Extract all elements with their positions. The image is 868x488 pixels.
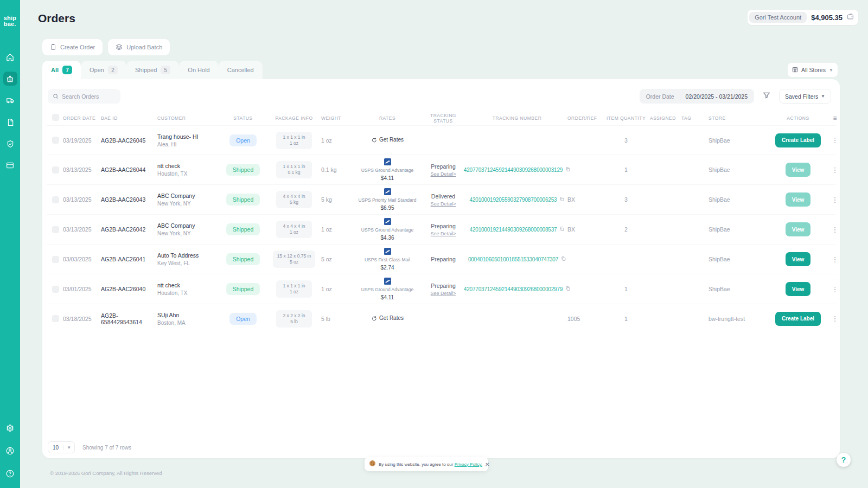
- copy-icon[interactable]: [565, 286, 570, 292]
- status-badge: Shipped: [226, 194, 260, 206]
- page-size-select[interactable]: 10 ▼: [48, 441, 75, 453]
- col-order-date[interactable]: Order Date: [63, 115, 101, 121]
- column-settings-icon[interactable]: ≡: [827, 114, 843, 122]
- account-balance-widget[interactable]: Gori Test Account $4,905.35: [748, 10, 858, 25]
- sidebar-item-documents[interactable]: [3, 115, 17, 129]
- see-detail-link[interactable]: See Detail>: [431, 291, 456, 296]
- row-menu-icon[interactable]: ⋮: [827, 255, 843, 264]
- col-tag[interactable]: Tag: [681, 115, 709, 121]
- tracking-number-link[interactable]: 0004010605010018551533040747307: [468, 256, 558, 262]
- status-badge: Shipped: [226, 253, 260, 265]
- order-date-filter[interactable]: Order Date 02/20/2025 - 03/21/2025: [640, 89, 754, 104]
- close-icon[interactable]: ✕: [485, 461, 489, 467]
- row-menu-icon[interactable]: ⋮: [827, 166, 843, 174]
- col-tracking-status[interactable]: Tracking Status: [420, 113, 467, 124]
- search-orders-input[interactable]: [62, 93, 116, 100]
- row-menu-icon[interactable]: ⋮: [827, 136, 843, 144]
- bae-id-cell: AG2B-AAC26041: [101, 256, 157, 262]
- row-checkbox[interactable]: [52, 256, 59, 263]
- weight-cell: 1 oz: [321, 137, 355, 144]
- sidebar-item-shipments[interactable]: [3, 93, 17, 107]
- filter-funnel-button[interactable]: [758, 89, 775, 104]
- row-checkbox[interactable]: [52, 166, 59, 174]
- table-row: 03/18/2025 AG2B-6584429543614 SUji AhnBo…: [47, 304, 835, 333]
- row-checkbox[interactable]: [52, 226, 59, 233]
- row-checkbox[interactable]: [52, 137, 59, 144]
- tracking-number-link[interactable]: 420100019205590327908700006253: [470, 197, 557, 203]
- row-menu-icon[interactable]: ⋮: [827, 314, 843, 323]
- col-weight[interactable]: Weight: [321, 115, 355, 121]
- sidebar-item-help[interactable]: [3, 466, 17, 480]
- col-bae-id[interactable]: BAE ID: [101, 115, 157, 121]
- sidebar-item-orders[interactable]: [3, 72, 17, 86]
- service-name: USPS Priority Mail Standard: [355, 197, 420, 203]
- col-order-ref[interactable]: Order/Ref: [567, 115, 602, 121]
- chevron-down-icon: ▼: [63, 445, 74, 450]
- view-button[interactable]: View: [786, 252, 811, 266]
- row-menu-icon[interactable]: ⋮: [827, 285, 843, 293]
- get-rates-link[interactable]: Get Rates: [371, 137, 404, 143]
- sidebar: shipbae.: [0, 0, 20, 488]
- row-menu-icon[interactable]: ⋮: [827, 226, 843, 234]
- all-stores-dropdown[interactable]: All Stores ▼: [788, 63, 838, 77]
- sidebar-item-settings[interactable]: [3, 421, 17, 435]
- sidebar-item-home[interactable]: [3, 50, 17, 64]
- tab-cancelled[interactable]: Cancelled: [219, 61, 263, 79]
- col-assigned[interactable]: Assigned: [650, 115, 681, 121]
- create-label-button[interactable]: Create Label: [775, 312, 821, 326]
- copy-icon[interactable]: [559, 196, 564, 203]
- col-rates[interactable]: Rates: [355, 115, 420, 121]
- orders-panel: Order Date 02/20/2025 - 03/21/2025 Saved…: [42, 79, 840, 458]
- tracking-number-link[interactable]: 420100019214490309268000008537: [470, 227, 557, 233]
- col-store[interactable]: Store: [709, 115, 769, 121]
- copy-icon[interactable]: [561, 256, 566, 262]
- see-detail-link[interactable]: See Detail>: [431, 201, 456, 207]
- sidebar-item-protection[interactable]: [3, 137, 17, 151]
- row-checkbox[interactable]: [52, 286, 59, 293]
- status-badge: Shipped: [226, 223, 260, 235]
- tracking-number-link[interactable]: 4207703712459214490309268000003129: [464, 167, 563, 173]
- see-detail-link[interactable]: See Detail>: [431, 231, 456, 236]
- help-button[interactable]: ?: [837, 453, 851, 467]
- view-button[interactable]: View: [786, 222, 811, 236]
- sidebar-item-account[interactable]: [3, 444, 17, 458]
- view-button[interactable]: View: [786, 192, 811, 207]
- usps-logo-icon: [384, 220, 391, 226]
- create-order-button[interactable]: Create Order: [42, 39, 103, 55]
- wallet-icon[interactable]: [847, 12, 854, 22]
- row-checkbox[interactable]: [52, 196, 59, 203]
- see-detail-link[interactable]: See Detail>: [431, 171, 456, 177]
- store-cell: ShipBae: [709, 286, 769, 292]
- copy-icon[interactable]: [565, 166, 570, 173]
- tracking-number-link[interactable]: 4207703712459214490309268000002979: [464, 286, 563, 292]
- view-button[interactable]: View: [786, 282, 811, 296]
- tab-all[interactable]: All7: [42, 61, 81, 79]
- col-status[interactable]: Status: [219, 115, 267, 121]
- quantity-cell: 1: [602, 286, 650, 292]
- sidebar-item-billing[interactable]: [3, 158, 17, 172]
- order-date-cell: 03/18/2025: [63, 316, 101, 322]
- copy-icon[interactable]: [559, 226, 564, 233]
- copyright-text: © 2019-2025 Gori Company, All Rights Res…: [50, 470, 162, 476]
- col-tracking-number[interactable]: Tracking Number: [467, 115, 567, 121]
- create-label-button[interactable]: Create Label: [775, 133, 821, 147]
- privacy-policy-link[interactable]: Privacy Policy.: [455, 462, 482, 467]
- col-item-quantity[interactable]: Item Quantity: [602, 115, 650, 121]
- get-rates-link[interactable]: Get Rates: [371, 315, 404, 321]
- bae-id-cell: AG2B-AAC26043: [101, 196, 157, 203]
- saved-filters-dropdown[interactable]: Saved Filters ▼: [779, 89, 831, 104]
- select-all-checkbox[interactable]: [52, 114, 59, 121]
- upload-batch-button[interactable]: Upload Batch: [108, 39, 170, 55]
- view-button[interactable]: View: [786, 163, 811, 177]
- tracking-status: Preparing: [420, 223, 467, 229]
- table-row: 03/13/2025 AG2B-AAC26043 ABC CompanyNew …: [47, 184, 835, 214]
- tab-open[interactable]: Open2: [81, 61, 126, 79]
- truck-icon: [6, 97, 15, 105]
- rate-price: $4.36: [355, 235, 420, 241]
- col-customer[interactable]: Customer: [157, 115, 219, 121]
- row-menu-icon[interactable]: ⋮: [827, 196, 843, 204]
- tab-on-hold[interactable]: On Hold: [179, 61, 218, 79]
- row-checkbox[interactable]: [52, 315, 59, 322]
- tab-shipped[interactable]: Shipped5: [126, 61, 179, 79]
- col-package-info[interactable]: Package Info: [267, 115, 321, 121]
